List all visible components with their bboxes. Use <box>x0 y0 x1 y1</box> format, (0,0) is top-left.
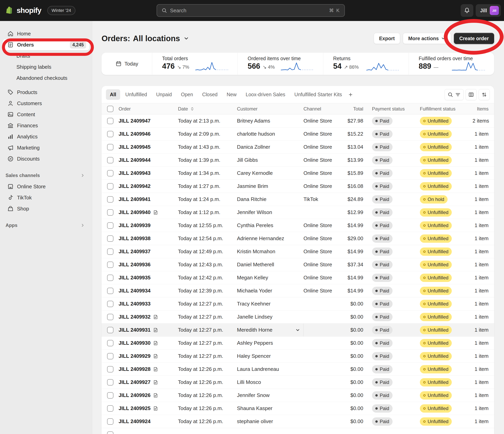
table-row[interactable]: JILL 2409928 Today at 12:26 p.m. Laura L… <box>101 363 494 376</box>
table-row[interactable]: JILL 2409937 Today at 12:49 p.m. Kristin… <box>101 245 494 258</box>
row-checkbox[interactable] <box>107 157 113 163</box>
table-row[interactable]: JILL 2409936 Today at 12:43 p.m. Daniel … <box>101 258 494 271</box>
table-row[interactable]: JILL 2409939 Today at 12:55 p.m. Cynthia… <box>101 219 494 232</box>
sidebar-item-marketing[interactable]: Marketing <box>3 142 89 153</box>
table-row[interactable]: JILL 2409942 Today at 1:27 p.m. Jasmine … <box>101 180 494 193</box>
row-checkbox[interactable] <box>107 405 113 412</box>
table-row[interactable]: JILL 2409934 Today at 12:39 p.m. Michael… <box>101 284 494 297</box>
table-row[interactable]: JILL 2409932 Today at 12:27 p.m. Janelle… <box>101 310 494 324</box>
row-checkbox[interactable] <box>107 379 113 386</box>
row-checkbox[interactable] <box>107 262 113 268</box>
sidebar-item-tiktok[interactable]: TikTok <box>3 192 89 203</box>
table-row[interactable]: JILL 2409947 Today at 2:13 p.m. Britney … <box>101 114 494 127</box>
order-customer: Meredith Horne <box>237 324 304 336</box>
sidebar-item-shop[interactable]: Shop <box>3 203 89 214</box>
row-checkbox[interactable] <box>107 131 113 137</box>
row-checkbox[interactable] <box>107 209 113 216</box>
notifications-button[interactable] <box>461 4 473 17</box>
row-checkbox[interactable] <box>107 118 113 124</box>
table-row[interactable]: JILL 2409929 Today at 12:27 p.m. Haley S… <box>101 350 494 363</box>
order-items-count: 1 item <box>473 366 489 372</box>
add-view-button[interactable] <box>346 90 355 99</box>
row-checkbox[interactable] <box>107 183 113 190</box>
table-row[interactable] <box>101 428 494 434</box>
row-checkbox[interactable] <box>107 144 113 150</box>
table-row[interactable]: JILL 2409926 Today at 12:26 p.m. Jennife… <box>101 389 494 402</box>
sidebar-item-finances[interactable]: Finances <box>3 120 89 131</box>
sidebar-item-analytics[interactable]: Analytics <box>3 131 89 142</box>
sidebar-item-shipping-labels[interactable]: Shipping labels <box>3 61 89 72</box>
user-menu[interactable]: Jill Jill <box>476 4 501 17</box>
metric-fulfilled-orders-over-time[interactable]: Fulfilled orders over time 889 — <box>409 53 494 75</box>
sidebar-header-apps[interactable]: Apps <box>0 220 92 231</box>
row-checkbox[interactable] <box>107 275 113 281</box>
sidebar-header-sales-channels[interactable]: Sales channels <box>0 170 92 181</box>
sidebar-item-label: Marketing <box>17 145 40 151</box>
row-checkbox[interactable] <box>107 340 113 346</box>
row-checkbox[interactable] <box>107 392 113 398</box>
table-row[interactable]: JILL 2409931 Today at 12:27 p.m. Meredit… <box>101 324 494 337</box>
table-row[interactable]: JILL 2409946 Today at 2:09 p.m. charlott… <box>101 127 494 141</box>
table-row[interactable]: JILL 2409935 Today at 12:42 p.m. Megan K… <box>101 271 494 284</box>
row-checkbox[interactable] <box>107 170 113 176</box>
metric-ordered-items-over-time[interactable]: Ordered items over time 566 ↘ 4% <box>238 53 323 75</box>
select-all-checkbox[interactable] <box>107 106 113 112</box>
date-filter-button[interactable]: Today <box>101 53 152 75</box>
row-checkbox[interactable] <box>107 418 113 425</box>
table-row[interactable]: JILL 2409944 Today at 1:39 p.m. Jill Gib… <box>101 154 494 167</box>
row-checkbox[interactable] <box>107 353 113 359</box>
tab-all[interactable]: All <box>106 89 120 100</box>
row-checkbox[interactable] <box>107 248 113 255</box>
sidebar-item-drafts[interactable]: Drafts <box>3 50 89 61</box>
columns-button[interactable] <box>466 89 477 100</box>
row-checkbox[interactable] <box>107 314 113 320</box>
sort-button[interactable] <box>479 89 490 100</box>
export-button[interactable]: Export <box>374 33 400 44</box>
row-checkbox[interactable] <box>107 222 113 229</box>
tab-unfulfilled-starter-kits[interactable]: Unfulfilled Starter Kits <box>290 89 346 100</box>
sidebar-item-discounts[interactable]: Discounts <box>3 153 89 164</box>
payment-status-badge: Paid <box>372 352 393 360</box>
table-row[interactable]: JILL 2409930 Today at 12:27 p.m. Ashley … <box>101 337 494 350</box>
tab-closed[interactable]: Closed <box>198 89 222 100</box>
sidebar-item-abandoned-checkouts[interactable]: Abandoned checkouts <box>3 72 89 83</box>
sidebar-item-orders[interactable]: Orders4,245 <box>3 39 89 50</box>
table-row[interactable]: JILL 2409938 Today at 12:54 p.m. Adrienn… <box>101 232 494 245</box>
table-row[interactable]: JILL 2409945 Today at 1:43 p.m. Danica Z… <box>101 141 494 154</box>
tab-loox-driven-sales[interactable]: Loox-driven Sales <box>242 89 289 100</box>
order-customer: Shauna Kasper <box>237 405 304 411</box>
sidebar-item-content[interactable]: Content <box>3 109 89 120</box>
tab-unfulfilled[interactable]: Unfulfilled <box>121 89 151 100</box>
shopify-logo[interactable]: shopify Winter '24 <box>5 0 75 21</box>
table-row[interactable]: JILL 2409941 Today at 1:24 p.m. Dana Rit… <box>101 193 494 206</box>
table-row[interactable]: JILL 2409927 Today at 12:26 p.m. Lilli M… <box>101 376 494 389</box>
sidebar-item-home[interactable]: Home <box>3 28 89 39</box>
location-picker[interactable]: Orders: All locations <box>101 34 189 43</box>
row-checkbox[interactable] <box>107 196 113 203</box>
sidebar-item-customers[interactable]: Customers <box>3 98 89 109</box>
table-row[interactable]: JILL 2409940 Today at 1:12 p.m. Jennifer… <box>101 206 494 219</box>
chevron-down-icon[interactable] <box>295 327 300 333</box>
table-row[interactable]: JILL 2409933 Today at 12:27 p.m. Tracy K… <box>101 297 494 310</box>
table-row[interactable]: JILL 2409924 Today at 12:26 p.m. stephan… <box>101 415 494 428</box>
sidebar-item-online-store[interactable]: Online Store <box>3 181 89 192</box>
more-actions-button[interactable]: More actions <box>403 33 451 44</box>
tab-unpaid[interactable]: Unpaid <box>152 89 176 100</box>
metric-returns[interactable]: Returns 54 ↗ 86% <box>323 53 409 75</box>
table-row[interactable]: JILL 2409943 Today at 1:34 p.m. Carey Ke… <box>101 167 494 180</box>
row-checkbox[interactable] <box>107 288 113 294</box>
row-checkbox[interactable] <box>107 235 113 242</box>
row-checkbox[interactable] <box>107 366 113 372</box>
row-checkbox[interactable] <box>107 431 113 434</box>
row-checkbox[interactable] <box>107 327 113 333</box>
sidebar-item-products[interactable]: Products <box>3 87 89 98</box>
row-checkbox[interactable] <box>107 301 113 307</box>
search-input[interactable]: Search ⌘ K <box>157 4 345 17</box>
col-date-sort[interactable]: Date <box>178 106 237 112</box>
tab-new[interactable]: New <box>223 89 241 100</box>
metric-total-orders[interactable]: Total orders 476 ↘ 7% <box>152 53 238 75</box>
search-filter-button[interactable] <box>445 89 464 100</box>
table-row[interactable]: JILL 2409925 Today at 12:26 p.m. Shauna … <box>101 402 494 415</box>
tab-open[interactable]: Open <box>177 89 197 100</box>
create-order-button[interactable]: Create order <box>454 33 494 44</box>
